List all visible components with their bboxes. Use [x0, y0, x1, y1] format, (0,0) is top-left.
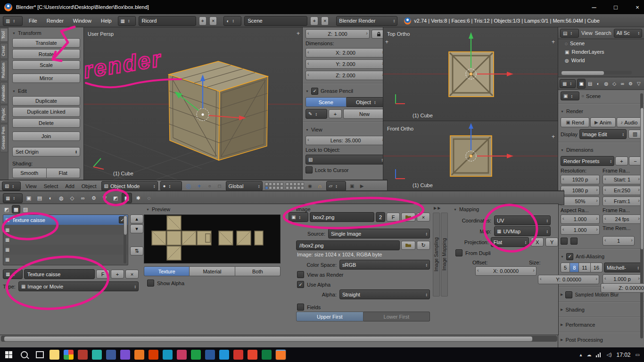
texture-context-texture-icon[interactable]: ▦	[12, 205, 20, 214]
tab-scene-icon[interactable]: ◐	[594, 79, 602, 88]
join-button[interactable]: Join	[12, 132, 80, 141]
anti-aliasing-checkbox[interactable]	[566, 253, 573, 260]
image-filepath-field[interactable]: //box2.png	[296, 240, 400, 250]
crop-checkbox[interactable]	[570, 238, 578, 245]
image-source-select[interactable]: Single Image	[328, 229, 430, 239]
texture-slot-empty[interactable]: ▦	[3, 245, 128, 255]
texture-datablock-icon[interactable]: ▦	[3, 269, 23, 279]
editor-type-icon[interactable]: ▦	[3, 193, 23, 203]
render-opengl-anim-icon[interactable]: ▶	[358, 183, 366, 189]
maximize-button[interactable]: □	[605, 0, 627, 14]
orientation-select[interactable]: Global	[226, 181, 263, 191]
grease-pencil-checkbox[interactable]	[311, 88, 318, 95]
panel-post-processing[interactable]: Post Processing	[561, 336, 642, 344]
layers-grid-2[interactable]	[286, 182, 304, 189]
texture-slot-empty[interactable]: ▦	[3, 235, 128, 245]
resolution-x-field[interactable]: 1920 p	[561, 175, 600, 184]
lock-to-cursor-checkbox[interactable]	[305, 166, 313, 173]
frame-end-field[interactable]: En:250	[603, 186, 642, 195]
viewport-shading-select[interactable]: ●	[160, 181, 182, 191]
delete-screen-button[interactable]: ×	[209, 16, 217, 25]
file-explorer-icon[interactable]	[50, 350, 59, 360]
minimize-button[interactable]: ─	[583, 0, 605, 14]
slot-move-up-button[interactable]: ▴	[130, 214, 143, 223]
gp-object-toggle[interactable]: Object	[347, 97, 386, 107]
taskbar-app-icon[interactable]	[92, 350, 102, 360]
tab-texture-icon[interactable]: ▦	[122, 193, 132, 203]
texture-slot-selected[interactable]: ▦ Texture caisse	[3, 215, 128, 225]
scene-name-field[interactable]: Scene	[244, 16, 307, 26]
render-presets-select[interactable]: Render Presets	[561, 156, 614, 166]
audio-button[interactable]: ♪Audio	[617, 117, 642, 127]
alpha-mode-select[interactable]: Straight	[339, 289, 430, 299]
resolution-percent-field[interactable]: 50%	[561, 197, 600, 206]
image-users-count[interactable]: 2	[376, 212, 385, 222]
tab-particles-icon[interactable]: ✱	[133, 193, 143, 203]
image-mapping-collapse-arrow[interactable]: ▶	[438, 206, 440, 210]
taskbar-app-icon[interactable]	[149, 350, 158, 360]
frame-rate-field[interactable]: 24 fps	[603, 214, 642, 224]
aa-filter-size-field[interactable]: 1.000 p	[603, 274, 642, 284]
image-fake-user-button[interactable]: F	[387, 213, 400, 222]
properties-vscrollbar[interactable]	[640, 93, 643, 338]
tab-object-icon[interactable]: ◇	[611, 79, 618, 88]
shade-flat-button[interactable]: Flat	[47, 168, 81, 178]
frame-start-field[interactable]: Start: 1	[603, 175, 642, 184]
menu-help[interactable]: Help	[98, 18, 115, 24]
tab-modifiers-icon[interactable]: ⚙	[89, 193, 99, 203]
panel-render-title[interactable]: Render	[561, 107, 642, 115]
texture-slot-empty[interactable]: ▦	[3, 255, 128, 264]
panel-preview-title[interactable]: Preview	[146, 205, 170, 214]
search-icon[interactable]	[18, 351, 30, 358]
axis-x-button[interactable]: X	[531, 238, 544, 247]
texture-type-select[interactable]: ▦Image or Movie	[18, 281, 139, 291]
color-space-select[interactable]: sRGB	[339, 260, 430, 270]
outliner-item-renderlayers[interactable]: ▣RenderLayers	[558, 48, 644, 56]
texture-context-material-icon[interactable]: ◩	[3, 206, 10, 213]
tab-render-layers-icon[interactable]: ▤	[586, 79, 594, 88]
border-checkbox[interactable]	[561, 238, 568, 245]
illustrator-icon[interactable]	[248, 350, 257, 360]
tab-data-icon[interactable]: ▽	[635, 79, 643, 88]
show-alpha-checkbox[interactable]	[147, 280, 154, 287]
taskbar-app-icon[interactable]	[177, 350, 187, 360]
tab-object-data-icon[interactable]: ▽	[100, 193, 109, 203]
offset-y-field[interactable]: Y:0.00000	[538, 275, 599, 284]
breadcrumb-icon[interactable]: ▣	[561, 91, 579, 100]
tab-material-icon[interactable]: ◩	[111, 193, 120, 203]
panel-view-title[interactable]: View	[305, 125, 386, 134]
shelf-tab-relations[interactable]: Relation	[0, 60, 8, 81]
dim-x-field[interactable]: X:2.000	[305, 48, 386, 58]
editor-type-icon[interactable]: ▧	[2, 181, 21, 190]
preset-add-button[interactable]: +	[615, 156, 628, 165]
scene-icon[interactable]: ◐	[223, 16, 241, 26]
shelf-tab-physics[interactable]: Physic	[0, 105, 8, 123]
image-mapping-vertical-tab[interactable]: Image Mapping	[441, 213, 448, 296]
texture-slot-empty[interactable]: ▦	[3, 225, 128, 235]
image-datablock-icon[interactable]: ▣	[289, 212, 308, 222]
snap-magnet-icon[interactable]: ∩	[316, 183, 324, 189]
shelf-tab-grease-pencil[interactable]: Grease Pen	[0, 124, 8, 152]
outliner-filter-select[interactable]: All Sc	[614, 29, 642, 38]
shelf-tab-animation[interactable]: Animatio	[0, 82, 8, 104]
new-texture-button[interactable]: +	[111, 270, 124, 279]
texture-context-world-icon[interactable]: ▨	[22, 206, 29, 213]
axis-y-button[interactable]: Y	[545, 238, 558, 247]
uv-map-select[interactable]: ▦UVMap	[494, 226, 551, 236]
frame-step-field[interactable]: Fram:1	[603, 197, 642, 206]
viewport-top-ortho[interactable]: Top Ortho (1) Cube + +	[383, 27, 558, 121]
view-menu[interactable]: View	[23, 183, 39, 189]
image-name-field[interactable]: box2.png	[310, 212, 374, 222]
gp-new-button[interactable]: New	[343, 109, 386, 119]
layers-grid-1[interactable]	[265, 182, 283, 189]
image-sampling-vertical-tab[interactable]: Image Sampling	[433, 213, 440, 296]
outliner-view-menu[interactable]: View	[581, 30, 593, 36]
lock-object-field[interactable]: ▧	[305, 155, 386, 165]
aa-samples-5[interactable]: 5	[561, 263, 570, 272]
aspect-x-field[interactable]: 1.000	[561, 214, 600, 224]
from-dupli-checkbox[interactable]	[455, 249, 462, 256]
word-icon[interactable]	[205, 350, 215, 360]
fields-checkbox[interactable]	[297, 304, 304, 311]
panel-dimensions-title[interactable]: Dimensions	[561, 146, 642, 154]
fake-user-button[interactable]: F	[96, 270, 109, 279]
